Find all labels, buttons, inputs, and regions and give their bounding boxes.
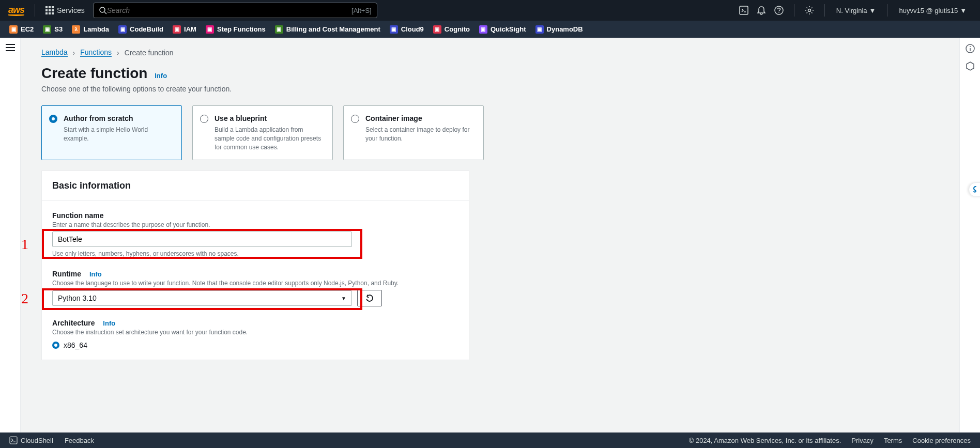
page-title: Create function: [41, 65, 147, 81]
field-constraint: Use only letters, numbers, hyphens, or u…: [52, 250, 458, 257]
hexagon-icon[interactable]: [966, 61, 975, 71]
aws-logo[interactable]: aws: [8, 5, 24, 16]
radio-icon: [52, 342, 59, 349]
info-link[interactable]: Info: [103, 319, 115, 327]
breadcrumb-current: Create function: [125, 49, 174, 57]
option-title: Container image: [365, 114, 475, 122]
radio-icon: [351, 115, 359, 123]
radio-icon: [49, 115, 57, 123]
arch-value: x86_64: [64, 341, 87, 349]
option-desc: Select a container image to deploy for y…: [365, 126, 475, 143]
cognito-icon: ▣: [433, 25, 441, 34]
fav-quicksight[interactable]: ▣QuickSight: [479, 25, 526, 34]
notifications-icon[interactable]: [753, 2, 770, 19]
svg-marker-12: [967, 62, 974, 70]
svg-point-0: [100, 7, 105, 12]
iam-icon: ▣: [173, 25, 181, 34]
fav-billing[interactable]: ▣Billing and Cost Management: [275, 25, 380, 34]
radio-icon: [200, 115, 208, 123]
amazon-q-badge[interactable]: [969, 182, 980, 197]
right-rail: [959, 38, 980, 432]
svg-line-1: [104, 12, 106, 14]
caret-down-icon: ▼: [960, 7, 967, 14]
fav-stepfunctions[interactable]: ▣Step Functions: [206, 25, 266, 34]
field-hint: Choose the instruction set architecture …: [52, 329, 458, 336]
architecture-field: Architecture Info Choose the instruction…: [52, 319, 458, 349]
chevron-right-icon: ›: [73, 49, 75, 57]
left-rail: [0, 38, 21, 432]
panel-header: Basic information: [42, 171, 469, 201]
annotation-number-2: 2: [21, 290, 28, 307]
search-shortcut: [Alt+S]: [351, 7, 372, 14]
annotation-number-1: 1: [21, 236, 28, 253]
top-nav: aws Services [Alt+S] N. Virginia ▼ huyvv…: [0, 0, 980, 21]
refresh-button[interactable]: [357, 290, 382, 306]
fav-s3[interactable]: ▣S3: [43, 25, 63, 34]
info-panel-icon[interactable]: [966, 44, 975, 53]
chevron-right-icon: ›: [117, 49, 119, 57]
fav-iam[interactable]: ▣IAM: [173, 25, 196, 34]
help-icon[interactable]: [770, 2, 788, 19]
basic-info-panel: Basic information Function name Enter a …: [41, 171, 469, 360]
info-link[interactable]: Info: [155, 72, 167, 80]
fav-cognito[interactable]: ▣Cognito: [433, 25, 470, 34]
page-subtitle: Choose one of the following options to c…: [41, 85, 791, 93]
option-author-from-scratch[interactable]: Author from scratch Start with a simple …: [41, 105, 182, 160]
main-content: Lambda › Functions › Create function Cre…: [21, 38, 959, 432]
creation-options: Author from scratch Start with a simple …: [41, 105, 791, 160]
option-desc: Build a Lambda application from sample c…: [215, 126, 324, 151]
fav-cloud9[interactable]: ▣Cloud9: [390, 25, 424, 34]
fav-lambda[interactable]: λLambda: [72, 25, 109, 34]
favorites-bar: ▣EC2 ▣S3 λLambda ▣CodeBuild ▣IAM ▣Step F…: [0, 21, 980, 38]
option-use-blueprint[interactable]: Use a blueprint Build a Lambda applicati…: [192, 105, 333, 160]
s3-icon: ▣: [43, 25, 51, 34]
runtime-value: Python 3.10: [58, 294, 97, 302]
fav-codebuild[interactable]: ▣CodeBuild: [118, 25, 163, 34]
divider: [794, 4, 794, 17]
breadcrumb-functions[interactable]: Functions: [80, 48, 112, 57]
billing-icon: ▣: [275, 25, 283, 34]
cloudshell-icon[interactable]: [735, 2, 753, 19]
dynamodb-icon: ▣: [535, 25, 544, 34]
field-hint: Enter a name that describes the purpose …: [52, 221, 458, 228]
account-selector[interactable]: huyvv15 @ glutis15 ▼: [894, 7, 972, 14]
search-input[interactable]: [107, 6, 351, 14]
svg-point-5: [808, 9, 810, 12]
ec2-icon: ▣: [9, 25, 18, 34]
function-name-input[interactable]: [52, 231, 352, 247]
field-label: Function name: [52, 211, 458, 220]
fav-ec2[interactable]: ▣EC2: [9, 25, 34, 34]
fav-dynamodb[interactable]: ▣DynamoDB: [535, 25, 583, 34]
quicksight-icon: ▣: [479, 25, 487, 34]
lambda-icon: λ: [72, 25, 80, 34]
menu-toggle[interactable]: [6, 44, 15, 51]
refresh-icon: [365, 293, 374, 303]
settings-icon[interactable]: [801, 2, 818, 19]
grid-icon: [45, 6, 54, 14]
region-selector[interactable]: N. Virginia ▼: [831, 7, 881, 14]
field-label: Runtime: [52, 270, 81, 278]
option-title: Use a blueprint: [215, 114, 324, 122]
svg-point-4: [778, 12, 779, 13]
divider: [887, 4, 887, 17]
option-container-image[interactable]: Container image Select a container image…: [343, 105, 484, 160]
runtime-select[interactable]: Python 3.10 ▼: [52, 290, 352, 306]
stepfunctions-icon: ▣: [206, 25, 214, 34]
divider: [35, 4, 35, 17]
panel-title: Basic information: [52, 180, 458, 191]
svg-point-3: [775, 6, 783, 14]
caret-down-icon: ▼: [341, 296, 346, 301]
services-button[interactable]: Services: [41, 4, 89, 17]
search-icon: [99, 6, 107, 14]
cloud9-icon: ▣: [390, 25, 398, 34]
caret-down-icon: ▼: [869, 7, 876, 14]
option-desc: Start with a simple Hello World example.: [64, 126, 173, 143]
arch-option-x86[interactable]: x86_64: [52, 341, 458, 349]
services-label: Services: [57, 6, 85, 14]
info-link[interactable]: Info: [89, 270, 102, 278]
breadcrumb-lambda[interactable]: Lambda: [41, 48, 68, 57]
global-search[interactable]: [Alt+S]: [93, 3, 377, 18]
svg-point-10: [970, 46, 971, 47]
codebuild-icon: ▣: [118, 25, 127, 34]
field-hint: Choose the language to use to write your…: [52, 280, 458, 287]
